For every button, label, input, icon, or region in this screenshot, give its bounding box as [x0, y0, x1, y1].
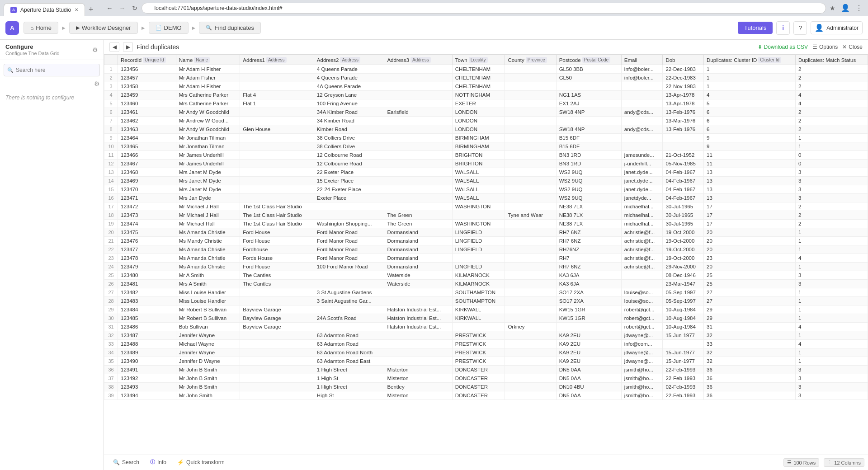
- table-row: 15123470Mrs Janet M Dyde22-24 Exeter Pla…: [104, 185, 868, 194]
- new-tab-button[interactable]: +: [85, 3, 97, 16]
- col-header-name[interactable]: NameName: [176, 55, 240, 65]
- table-cell: achristie@f...: [621, 228, 663, 237]
- download-csv-btn[interactable]: ⬇ Download as CSV: [758, 44, 808, 50]
- browser-reload-btn[interactable]: ↻: [130, 4, 140, 13]
- table-cell: 3: [796, 383, 868, 391]
- nav-tab-find-duplicates[interactable]: 🔍 Find duplicates: [199, 22, 260, 34]
- table-cell: 15-Jun-1977: [663, 331, 704, 340]
- table-cell: 1: [796, 297, 868, 306]
- bookmark-icon[interactable]: ★: [830, 5, 835, 12]
- col-header-postcode[interactable]: PostcodePostal Code: [556, 55, 621, 65]
- table-cell: 12 Colbourne Road: [314, 151, 384, 160]
- table-cell: DN5 0AA: [556, 391, 621, 400]
- table-cell: 123456: [118, 65, 176, 74]
- browser-back-btn[interactable]: ←: [104, 4, 115, 13]
- table-cell: WS2 9UQ: [556, 185, 621, 194]
- col-header-dob[interactable]: Dob: [663, 55, 704, 65]
- table-cell: [384, 125, 452, 134]
- table-row: 6123461Mr Andy W Goodchild34A Kimber Roa…: [104, 108, 868, 117]
- col-header-town[interactable]: TownLocality: [452, 55, 505, 65]
- user-label: Administrator: [826, 25, 859, 31]
- table-cell: michaelhal...: [621, 220, 663, 228]
- table-cell: 123467: [118, 160, 176, 168]
- active-browser-tab[interactable]: A Aperture Data Studio ✕: [4, 3, 85, 16]
- col-header-match-status[interactable]: Duplicates: Match Status: [796, 55, 868, 65]
- table-cell: SOUTHAMPTON: [452, 297, 505, 306]
- sidebar-search-input[interactable]: [4, 64, 100, 76]
- menu-icon[interactable]: ⋮: [855, 4, 863, 12]
- tab-close-icon[interactable]: ✕: [75, 7, 78, 12]
- col-header-cluster-id[interactable]: Duplicates: Cluster IDCluster Id: [704, 55, 796, 65]
- table-cell: 2: [796, 74, 868, 82]
- toolbar-title: Find duplicates: [137, 43, 179, 51]
- table-cell: SW18 4NP: [556, 125, 621, 134]
- col-header-county[interactable]: CountyProvince: [505, 55, 556, 65]
- row-number-cell: 1: [104, 65, 118, 74]
- table-cell: 04-Feb-1967: [663, 185, 704, 194]
- table-cell: [505, 160, 556, 168]
- address-bar[interactable]: localhost:7701/apps/aperture-data-studio…: [142, 3, 826, 14]
- options-btn[interactable]: ☰ Options: [812, 44, 838, 50]
- table-cell: Bayview Garage: [240, 306, 314, 314]
- table-cell: WALSALL: [452, 185, 505, 194]
- col-header-recordid[interactable]: RecordidUnique Id: [118, 55, 176, 65]
- table-cell: 123481: [118, 280, 176, 288]
- browser-forward-btn[interactable]: →: [117, 4, 128, 13]
- toolbar-next-btn[interactable]: ▶: [123, 42, 133, 52]
- table-cell: jdwayne@...: [621, 348, 663, 357]
- row-number-cell: 37: [104, 374, 118, 383]
- col-header-address2[interactable]: Address2Address: [314, 55, 384, 65]
- table-cell: Mr John B Smith: [176, 374, 240, 383]
- close-btn[interactable]: ✕ Close: [842, 44, 863, 50]
- toolbar-prev-btn[interactable]: ◀: [109, 42, 119, 52]
- col-header-address1[interactable]: Address1Address: [240, 55, 314, 65]
- table-cell: 2: [796, 211, 868, 220]
- search-btn[interactable]: 🔍 Search: [108, 456, 145, 469]
- table-cell: [240, 297, 314, 306]
- info-btn[interactable]: ⓘ Info: [145, 456, 172, 469]
- table-cell: [505, 366, 556, 374]
- table-cell: robert@gct...: [621, 323, 663, 331]
- table-cell: 1: [796, 263, 868, 271]
- table-cell: 2: [796, 202, 868, 211]
- sidebar-config-gear-icon[interactable]: ⚙: [94, 80, 100, 87]
- table-cell: [384, 340, 452, 348]
- table-cell: jsmith@ho...: [621, 383, 663, 391]
- table-cell: 0: [796, 151, 868, 160]
- row-number-cell: 32: [104, 331, 118, 340]
- info-icon-btn[interactable]: i: [776, 21, 790, 35]
- table-cell: 19-Oct-2000: [663, 245, 704, 254]
- table-cell: [452, 254, 505, 263]
- tutorials-button[interactable]: Tutorials: [738, 22, 773, 34]
- table-cell: 2: [796, 82, 868, 91]
- help-icon-btn[interactable]: ?: [793, 21, 807, 35]
- row-number-cell: 12: [104, 160, 118, 168]
- table-cell: Mr Adam H Fisher: [176, 82, 240, 91]
- close-label: Close: [849, 44, 863, 50]
- quick-transform-btn[interactable]: ⚡ Quick transform: [172, 456, 230, 469]
- table-cell: 22-Dec-1983: [663, 74, 704, 82]
- user-menu-btn[interactable]: 👤 Administrator: [811, 21, 863, 34]
- table-cell: 30-Jul-1965: [663, 211, 704, 220]
- table-cell: Mr Robert B Sullivan: [176, 314, 240, 323]
- table-cell: 10-Aug-1984: [663, 314, 704, 323]
- table-cell: [384, 134, 452, 142]
- table-cell: [384, 168, 452, 177]
- data-grid-container[interactable]: RecordidUnique Id NameName Address1Addre…: [104, 55, 868, 455]
- col-header-address3[interactable]: Address3Address: [384, 55, 452, 65]
- table-cell: 123475: [118, 228, 176, 237]
- table-cell: [240, 331, 314, 340]
- table-cell: [240, 82, 314, 91]
- table-cell: Dormansland: [384, 237, 452, 245]
- col-header-email[interactable]: Email: [621, 55, 663, 65]
- sidebar-settings-icon[interactable]: ⚙: [92, 46, 98, 53]
- quick-transform-label: Quick transform: [186, 459, 225, 465]
- profile-icon[interactable]: 👤: [841, 4, 850, 12]
- table-cell: 123469: [118, 177, 176, 185]
- table-cell: Misterton: [384, 374, 452, 383]
- table-cell: 27: [704, 288, 796, 297]
- nav-tab-workflow-designer[interactable]: ▶ Workflow Designer: [69, 22, 138, 34]
- nav-tab-demo[interactable]: 📄 DEMO: [149, 22, 189, 34]
- nav-tab-home[interactable]: ⌂ Home: [24, 22, 58, 34]
- table-cell: Ford Manor Road: [314, 237, 384, 245]
